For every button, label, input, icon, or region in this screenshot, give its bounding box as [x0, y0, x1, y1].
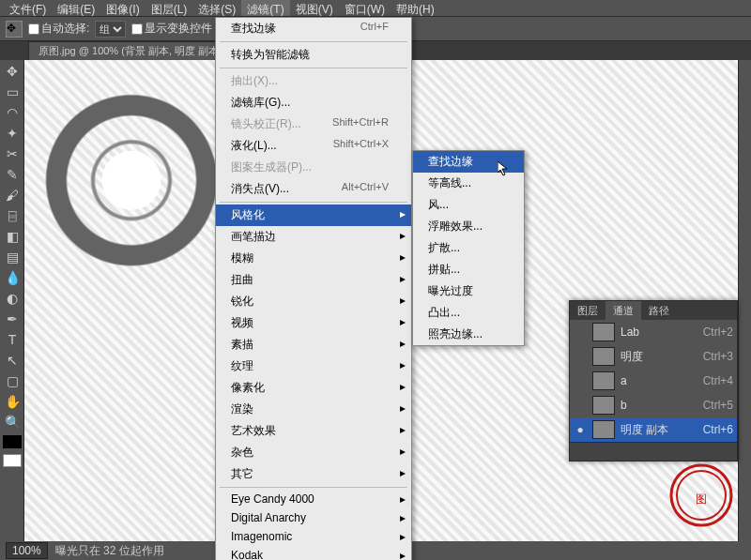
channel-name: Lab — [621, 325, 639, 339]
watermark: 图 — [668, 456, 734, 536]
panel-tab[interactable]: 图层 — [570, 301, 605, 320]
channel-shortcut: Ctrl+4 — [703, 374, 733, 387]
menu-item[interactable]: 液化(L)...Shift+Ctrl+X — [216, 135, 411, 157]
menu-item: 抽出(X)... — [216, 70, 411, 92]
channel-name: 明度 副本 — [621, 422, 668, 438]
panel-tab[interactable]: 路径 — [641, 301, 677, 320]
menu-5[interactable]: 滤镜(T) — [241, 0, 289, 16]
menu-item[interactable]: 模糊▸ — [216, 248, 411, 269]
gradient-tool[interactable]: ▤ — [2, 248, 23, 266]
menu-item: 图案生成器(P)... — [216, 157, 411, 178]
submenu-item[interactable]: 等高线... — [413, 173, 524, 194]
right-dock — [738, 60, 751, 541]
menu-item[interactable]: 视频▸ — [216, 312, 411, 334]
channel-row[interactable]: aCtrl+4 — [570, 369, 737, 393]
channel-shortcut: Ctrl+3 — [703, 350, 733, 363]
submenu-item[interactable]: 凸出... — [413, 302, 524, 324]
submenu-item[interactable]: 拼贴... — [413, 259, 524, 280]
menu-item[interactable]: Kodak▸ — [216, 546, 411, 560]
menu-item[interactable]: 其它▸ — [216, 463, 411, 485]
filter-menu: 查找边缘Ctrl+F转换为智能滤镜抽出(X)...滤镜库(G)...镜头校正(R… — [215, 17, 412, 560]
dodge-tool[interactable]: ◐ — [2, 289, 23, 308]
tools-panel: ✥ ▭ ◠ ✦ ✂ ✎ 🖌 ⌸ ◧ ▤ 💧 ◐ ✒ T ↖ ▢ ✋ 🔍 — [0, 60, 24, 541]
submenu-item[interactable]: 扩散... — [413, 237, 524, 259]
wand-tool[interactable]: ✦ — [2, 124, 23, 143]
channel-name: a — [621, 374, 627, 387]
submenu-item[interactable]: 风... — [413, 194, 524, 216]
menu-item[interactable]: Imagenomic▸ — [216, 527, 411, 546]
menu-6[interactable]: 视图(V) — [290, 0, 339, 16]
channel-thumb — [592, 323, 615, 341]
path-tool[interactable]: ↖ — [2, 351, 23, 370]
panel-tab[interactable]: 通道 — [605, 301, 641, 320]
channel-row[interactable]: ●明度 副本Ctrl+6 — [570, 417, 737, 442]
menu-item[interactable]: Digital Anarchy▸ — [216, 508, 411, 527]
group-select[interactable]: 组 — [95, 21, 126, 38]
menu-8[interactable]: 帮助(H) — [391, 0, 440, 16]
channel-row[interactable]: bCtrl+5 — [570, 393, 737, 417]
move-tool-icon[interactable]: ✥ — [6, 21, 23, 38]
menu-2[interactable]: 图像(I) — [100, 0, 145, 16]
channel-row[interactable]: 明度Ctrl+3 — [570, 344, 737, 369]
type-tool[interactable]: T — [2, 330, 23, 349]
channel-row[interactable]: LabCtrl+2 — [570, 320, 737, 344]
menu-item[interactable]: 素描▸ — [216, 334, 411, 356]
menu-0[interactable]: 文件(F) — [4, 0, 52, 16]
panel-tabs: 图层通道路径 — [570, 301, 737, 320]
eyedropper-tool[interactable]: ✎ — [2, 165, 23, 184]
zoom-level[interactable]: 100% — [6, 542, 48, 559]
menu-item[interactable]: 纹理▸ — [216, 356, 411, 377]
menu-7[interactable]: 窗口(W) — [339, 0, 391, 16]
status-message: 曝光只在 32 位起作用 — [55, 543, 164, 559]
menu-item[interactable]: 转换为智能滤镜 — [216, 44, 411, 66]
brush-tool[interactable]: 🖌 — [2, 186, 23, 204]
menu-1[interactable]: 编辑(E) — [52, 0, 100, 16]
menu-item[interactable]: 风格化▸ — [216, 204, 411, 226]
channel-thumb — [592, 420, 615, 439]
menu-item[interactable]: Eye Candy 4000▸ — [216, 490, 411, 508]
channel-name: 明度 — [621, 349, 643, 365]
menu-item[interactable]: 滤镜库(G)... — [216, 92, 411, 114]
blur-tool[interactable]: 💧 — [2, 268, 23, 287]
menu-item[interactable]: 扭曲▸ — [216, 269, 411, 291]
shape-tool[interactable]: ▢ — [2, 371, 23, 390]
menu-bar: 文件(F)编辑(E)图像(I)图层(L)选择(S)滤镜(T)视图(V)窗口(W)… — [0, 0, 751, 17]
menu-3[interactable]: 图层(L) — [146, 0, 193, 16]
channels-panel: 图层通道路径 LabCtrl+2明度Ctrl+3aCtrl+4bCtrl+5●明… — [569, 300, 738, 462]
channel-shortcut: Ctrl+6 — [703, 423, 733, 436]
visibility-icon[interactable]: ● — [574, 423, 587, 436]
channel-thumb — [592, 347, 615, 366]
svg-text:图: 图 — [696, 492, 707, 506]
move-tool[interactable]: ✥ — [2, 62, 23, 81]
channel-thumb — [592, 371, 615, 390]
menu-item[interactable]: 查找边缘Ctrl+F — [216, 18, 411, 39]
submenu-item[interactable]: 浮雕效果... — [413, 216, 524, 237]
menu-item[interactable]: 艺术效果▸ — [216, 420, 411, 442]
menu-item[interactable]: 杂色▸ — [216, 442, 411, 463]
stylize-submenu: 查找边缘等高线...风...浮雕效果...扩散...拼贴...曝光过度凸出...… — [412, 150, 525, 346]
background-color[interactable] — [3, 454, 22, 467]
channel-shortcut: Ctrl+2 — [703, 325, 733, 339]
menu-item[interactable]: 锐化▸ — [216, 291, 411, 312]
submenu-item[interactable]: 查找边缘 — [413, 151, 524, 173]
menu-item[interactable]: 渲染▸ — [216, 399, 411, 420]
stamp-tool[interactable]: ⌸ — [2, 206, 23, 225]
document-tab[interactable]: 原图.jpg @ 100% (背景 副本, 明度 副本/8) — [28, 41, 241, 61]
submenu-item[interactable]: 曝光过度 — [413, 280, 524, 302]
menu-item[interactable]: 画笔描边▸ — [216, 226, 411, 248]
hand-tool[interactable]: ✋ — [2, 392, 23, 411]
channel-shortcut: Ctrl+5 — [703, 399, 733, 412]
show-transform-checkbox[interactable]: 显示变换控件 — [131, 21, 212, 37]
lasso-tool[interactable]: ◠ — [2, 103, 23, 122]
marquee-tool[interactable]: ▭ — [2, 83, 23, 101]
pen-tool[interactable]: ✒ — [2, 310, 23, 328]
zoom-tool[interactable]: 🔍 — [2, 413, 23, 431]
crop-tool[interactable]: ✂ — [2, 144, 23, 163]
menu-item[interactable]: 消失点(V)...Alt+Ctrl+V — [216, 178, 411, 200]
menu-item[interactable]: 像素化▸ — [216, 377, 411, 399]
auto-select-checkbox[interactable]: 自动选择: — [28, 21, 89, 37]
submenu-item[interactable]: 照亮边缘... — [413, 324, 524, 345]
foreground-color[interactable] — [3, 435, 22, 448]
menu-4[interactable]: 选择(S) — [192, 0, 241, 16]
eraser-tool[interactable]: ◧ — [2, 227, 23, 246]
